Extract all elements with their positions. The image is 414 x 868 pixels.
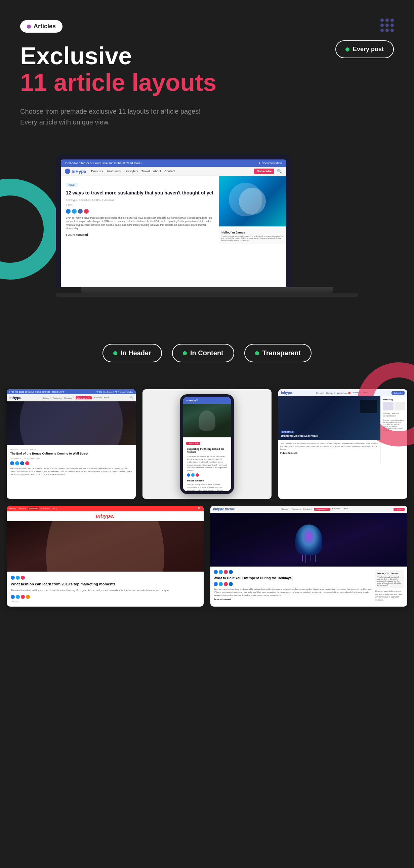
- preview-card-wall-street: Free top class exclusive digital courses…: [7, 389, 136, 499]
- p4-tw-icon[interactable]: [16, 576, 20, 580]
- p2-pi-icon[interactable]: [196, 473, 199, 477]
- p5-li-icon[interactable]: [229, 570, 233, 574]
- phone-mockup: ≡ InHype 🔍 LIFESTYLE Supporting the theo…: [180, 394, 234, 494]
- surfer-decoration: [239, 188, 266, 215]
- preview1-social: [10, 461, 132, 465]
- p2-tw-icon[interactable]: [191, 473, 195, 477]
- transparent-button[interactable]: Transparent: [244, 344, 311, 362]
- grid-dot: [390, 19, 394, 22]
- preview1-menu: Demos ▾ Features ▾ Creators ▾ World news…: [43, 396, 109, 399]
- preview4-body: What fashion can learn from 2019's top m…: [7, 571, 204, 607]
- preview4-text: The most important skill for a product l…: [11, 589, 200, 592]
- in-content-dot: [183, 351, 187, 355]
- preview-card-overspent: inhype theme. Demos ▾ Features ▾ Lifesty…: [210, 506, 407, 607]
- preview1-body: Business | USA | Finance The End of the …: [7, 445, 136, 479]
- preview1-nav: inhype. Demos ▾ Features ▾ Creators ▾ Wo…: [7, 394, 136, 401]
- p5-fb-icon[interactable]: [214, 570, 218, 574]
- preview1-logo: inhype.: [9, 396, 23, 400]
- in-content-button[interactable]: In Content: [172, 344, 234, 362]
- social-fb[interactable]: [66, 209, 71, 214]
- phone-topbar: ≡ InHype 🔍: [183, 397, 231, 404]
- preview5-future-focused: Future-focused: [214, 598, 373, 600]
- article-hero-image: [219, 176, 286, 226]
- laptop-section: Incredible offer for our exclusive subsc…: [0, 134, 414, 324]
- preview5-contact[interactable]: Contact: [393, 508, 405, 511]
- p4-tw2-icon[interactable]: [16, 595, 20, 599]
- browser-menu: Demos ▾ Features ▾ Lifestyle ▾ Travel Ab…: [91, 169, 175, 173]
- grid-dot: [390, 29, 394, 32]
- phone-body-text: Julia believes that the individual contr…: [185, 455, 229, 472]
- laptop-foot: [56, 293, 358, 297]
- p1-fb-icon[interactable]: [10, 461, 14, 465]
- future-focused-label: Future-focused: [66, 233, 214, 237]
- p5-fb2-icon[interactable]: [214, 582, 218, 586]
- article-left: travel 12 ways to travel more sustainabl…: [61, 176, 219, 284]
- social-icons: [66, 209, 214, 214]
- subscribe-button[interactable]: Subscribe: [254, 168, 274, 174]
- preview1-body-text: The most important skill for a product l…: [10, 467, 132, 476]
- p5-pi-icon[interactable]: [224, 570, 228, 574]
- article-meta: By InHype • December 12, 2019 • 5 Mins r…: [66, 199, 214, 201]
- teal-circle-decoration: [0, 179, 61, 280]
- p4-pi-icon[interactable]: [21, 576, 25, 580]
- laptop-stand-base: [81, 287, 333, 293]
- preview4-logo-bar: inhype.: [7, 512, 204, 521]
- p4-yt-icon[interactable]: [26, 595, 30, 599]
- headline-red: 11 article layouts: [20, 69, 394, 96]
- preview1-meta: December 12, 2019 | 5 Mins read: [10, 458, 132, 460]
- p4-pi2-icon[interactable]: [21, 595, 25, 599]
- preview5-content: What to Do if You Overspent During the H…: [210, 566, 407, 604]
- p1-pi-icon[interactable]: [25, 461, 29, 465]
- preview5-menu: Demos ▾ Features ▾ Lifestyle ▾ World new…: [282, 508, 348, 511]
- phone-article-title: Supporting the theory Behind the Product: [185, 446, 229, 455]
- grid-dot: [390, 24, 394, 27]
- browser-doc-text: ✦ Documentation: [258, 161, 282, 165]
- p2-fb-icon[interactable]: [187, 473, 190, 477]
- articles-badge-label: Articles: [34, 23, 56, 30]
- p5-pi2-icon[interactable]: [224, 582, 228, 586]
- preview1-hero: [7, 401, 136, 445]
- p5-tw2-icon[interactable]: [219, 582, 223, 586]
- preview3-hero: LIFESTYLE Branding Mockup Essentials: [278, 396, 380, 440]
- preview3-hero-title: Branding Mockup Essentials: [281, 434, 378, 438]
- header-section: Articles Exclusive 11 article layouts Ev…: [0, 0, 414, 134]
- preview4-title: What fashion can learn from 2019's top m…: [11, 582, 200, 586]
- preview5-header: inhype theme. Demos ▾ Features ▾ Lifesty…: [210, 506, 407, 513]
- preview1-search-icon[interactable]: 🔍: [129, 396, 133, 399]
- article-content: travel 12 ways to travel more sustainabl…: [61, 176, 286, 284]
- p4-fb2-icon[interactable]: [11, 595, 15, 599]
- social-tw[interactable]: [72, 209, 77, 214]
- badge-buttons-section: In Header In Content Transparent: [0, 324, 414, 389]
- p5-li2-icon[interactable]: [229, 582, 233, 586]
- phone-body: LIFESTYLE Supporting the theory Behind t…: [183, 437, 231, 491]
- social-in[interactable]: [78, 209, 83, 214]
- p4-fb-icon[interactable]: [11, 576, 15, 580]
- every-post-label: Every post: [353, 46, 384, 53]
- p5-tw-icon[interactable]: [219, 570, 223, 574]
- preview3-logo: inhype.: [281, 391, 293, 395]
- preview5-author-name: Hello, I'm James: [377, 572, 402, 575]
- preview1-topbar: Free top class exclusive digital courses…: [7, 389, 136, 394]
- article-right: Hello, I'm James The functional aspect o…: [219, 176, 286, 284]
- browser-promo-text: Incredible offer for our exclusive subsc…: [65, 161, 142, 165]
- preview1-title: The End of the Bonus Culture Is Coming t…: [10, 452, 132, 456]
- laptop-mockup: Incredible offer for our exclusive subsc…: [56, 154, 291, 287]
- in-header-dot: [113, 351, 117, 355]
- grid-dot: [380, 29, 384, 32]
- grid-dot: [385, 24, 389, 27]
- previews-bottom-row: Demos Features World news Business About…: [7, 506, 407, 607]
- p1-in-icon[interactable]: [20, 461, 24, 465]
- articles-badge[interactable]: Articles: [20, 20, 63, 33]
- in-header-button[interactable]: In Header: [103, 344, 162, 362]
- search-icon[interactable]: 🔍: [277, 169, 282, 174]
- preview5-title: What to Do if You Overspent During the H…: [214, 576, 373, 580]
- every-post-button[interactable]: Every post: [335, 40, 394, 58]
- preview5-hero: [210, 513, 407, 566]
- preview5-author-text: The functional aspect of James first in …: [377, 576, 402, 586]
- preview5-author-box: Hello, I'm James The functional aspect o…: [375, 570, 404, 588]
- p1-tw-icon[interactable]: [15, 461, 19, 465]
- social-pi[interactable]: [84, 209, 89, 214]
- previews-section: Free top class exclusive digital courses…: [0, 389, 414, 627]
- in-content-label: In Content: [190, 349, 223, 357]
- previews-top-row: Free top class exclusive digital courses…: [7, 389, 407, 499]
